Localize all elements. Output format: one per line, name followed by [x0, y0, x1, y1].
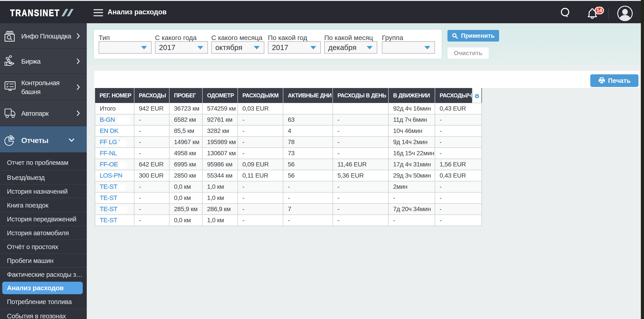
svg-text:TRANSINET: TRANSINET	[10, 8, 60, 17]
